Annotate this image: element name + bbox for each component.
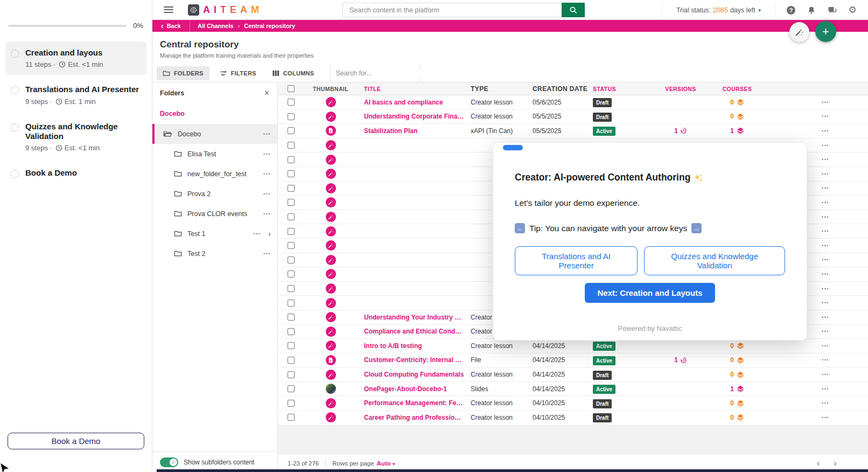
versions-link[interactable]: 1 bbox=[674, 127, 687, 135]
row-menu-button[interactable]: ••• bbox=[822, 171, 829, 177]
settings-button[interactable]: ⚙ bbox=[842, 5, 863, 15]
global-search-button[interactable] bbox=[562, 3, 585, 17]
row-checkbox[interactable] bbox=[288, 270, 295, 277]
row-menu-button[interactable]: ••• bbox=[822, 200, 829, 205]
ai-wand-fab-button[interactable] bbox=[789, 22, 809, 42]
row-checkbox[interactable] bbox=[288, 385, 295, 392]
modal-next-button[interactable]: Next: Creation and Layouts bbox=[585, 283, 715, 303]
trial-status-dropdown[interactable]: Trial status:2065days left▾ bbox=[662, 4, 775, 17]
row-menu-button[interactable]: ••• bbox=[822, 300, 829, 306]
row-thumbnail[interactable] bbox=[326, 283, 336, 294]
folder-menu-button[interactable]: ••• bbox=[253, 231, 261, 237]
add-new-fab-button[interactable]: + bbox=[815, 21, 836, 42]
row-checkbox[interactable] bbox=[288, 414, 295, 421]
col-type[interactable]: TYPE bbox=[464, 85, 526, 93]
row-menu-button[interactable]: ••• bbox=[822, 214, 829, 220]
folder-menu-button[interactable]: ••• bbox=[263, 151, 271, 157]
tour-step[interactable]: Quizzes and Knowledge Validation 9 steps… bbox=[5, 115, 146, 159]
modal-quizzes-button[interactable]: Quizzes and Knowledge Validation bbox=[644, 246, 785, 275]
row-title-link[interactable]: Understanding Corporate Financial ... bbox=[364, 113, 464, 120]
row-checkbox[interactable] bbox=[288, 371, 295, 378]
row-menu-button[interactable]: ••• bbox=[822, 372, 829, 377]
row-menu-button[interactable]: ••• bbox=[822, 143, 829, 148]
folder-menu-button[interactable]: ••• bbox=[263, 131, 271, 137]
folder-item[interactable]: Docebo ••• › bbox=[152, 124, 277, 144]
courses-count[interactable]: 0 bbox=[730, 414, 744, 421]
row-checkbox[interactable] bbox=[288, 127, 295, 134]
show-subfolders-toggle[interactable]: ✓ bbox=[160, 457, 178, 467]
row-menu-button[interactable]: ••• bbox=[822, 157, 829, 162]
tour-step[interactable]: Creation and layous 11 steps · Est. <1 m… bbox=[5, 41, 146, 75]
row-thumbnail[interactable] bbox=[326, 212, 336, 222]
row-thumbnail[interactable] bbox=[326, 255, 336, 265]
row-menu-button[interactable]: ••• bbox=[822, 329, 829, 334]
courses-count[interactable]: 0 bbox=[730, 99, 744, 106]
courses-count[interactable]: 0 bbox=[730, 356, 744, 364]
col-status[interactable]: STATUS bbox=[586, 86, 656, 92]
courses-count[interactable]: 0 bbox=[730, 342, 744, 350]
row-title-link[interactable]: Stabilization Plan bbox=[364, 127, 464, 135]
row-thumbnail[interactable] bbox=[326, 197, 336, 207]
row-checkbox[interactable] bbox=[288, 285, 295, 292]
close-icon[interactable]: ✕ bbox=[264, 89, 270, 97]
row-thumbnail[interactable] bbox=[326, 126, 336, 136]
row-menu-button[interactable]: ••• bbox=[822, 100, 829, 105]
hamburger-menu-icon[interactable] bbox=[164, 5, 173, 15]
tour-step[interactable]: Translations and AI Presenter 9 steps · … bbox=[5, 78, 146, 112]
row-menu-button[interactable]: ••• bbox=[822, 243, 829, 248]
row-checkbox[interactable] bbox=[288, 213, 295, 220]
row-menu-button[interactable]: ••• bbox=[822, 400, 829, 406]
folders-toggle-button[interactable]: FOLDERS bbox=[157, 66, 209, 80]
row-thumbnail[interactable] bbox=[326, 155, 336, 165]
row-menu-button[interactable]: ••• bbox=[822, 315, 829, 320]
folder-root-link[interactable]: Docebo bbox=[152, 102, 277, 124]
folder-menu-button[interactable]: ••• bbox=[263, 171, 271, 177]
row-checkbox[interactable] bbox=[288, 328, 295, 335]
row-thumbnail[interactable] bbox=[326, 97, 336, 107]
row-title-link[interactable]: OnePager-About-Docebo-1 bbox=[364, 385, 464, 393]
row-thumbnail[interactable] bbox=[326, 240, 336, 251]
row-menu-button[interactable]: ••• bbox=[822, 257, 829, 262]
row-checkbox[interactable] bbox=[288, 113, 295, 120]
row-menu-button[interactable]: ••• bbox=[822, 114, 829, 119]
row-title-link[interactable]: Performance Management: Feedback bbox=[364, 399, 464, 407]
row-checkbox[interactable] bbox=[288, 357, 295, 364]
row-checkbox[interactable] bbox=[288, 256, 295, 263]
row-checkbox[interactable] bbox=[288, 156, 295, 163]
chevron-right-icon[interactable]: › bbox=[268, 230, 271, 238]
folder-menu-button[interactable]: ••• bbox=[263, 251, 271, 256]
folder-item[interactable]: Prova CLOR events ••• › bbox=[152, 204, 277, 224]
row-checkbox[interactable] bbox=[288, 170, 295, 177]
row-thumbnail[interactable] bbox=[326, 269, 336, 279]
folder-item[interactable]: Elisa Test ••• › bbox=[152, 144, 277, 164]
columns-button[interactable]: COLUMNS bbox=[267, 66, 320, 80]
row-thumbnail[interactable] bbox=[326, 384, 336, 394]
row-title-link[interactable]: Understanding Your Industry and M... bbox=[364, 314, 464, 321]
row-checkbox[interactable] bbox=[288, 99, 295, 106]
help-button[interactable]: ? bbox=[781, 6, 801, 15]
book-a-demo-button[interactable]: Book a Demo bbox=[8, 433, 144, 449]
courses-count[interactable]: 0 bbox=[730, 113, 744, 120]
row-menu-button[interactable]: ••• bbox=[822, 272, 829, 277]
row-thumbnail[interactable] bbox=[326, 226, 336, 237]
row-checkbox[interactable] bbox=[288, 142, 295, 149]
col-versions[interactable]: VERSIONS bbox=[656, 86, 705, 92]
tour-step[interactable]: Book a Demo bbox=[5, 162, 146, 184]
versions-link[interactable]: 1 bbox=[674, 356, 687, 364]
row-menu-button[interactable]: ••• bbox=[822, 128, 829, 134]
row-thumbnail[interactable] bbox=[326, 327, 336, 337]
row-title-link[interactable]: Career Pathing and Professional De... bbox=[364, 414, 464, 421]
row-thumbnail[interactable] bbox=[326, 341, 336, 351]
row-checkbox[interactable] bbox=[288, 314, 295, 321]
row-checkbox[interactable] bbox=[288, 242, 295, 249]
row-title-link[interactable]: Intro to A/B testing bbox=[364, 342, 464, 350]
table-search-input[interactable] bbox=[336, 70, 423, 77]
global-search-input[interactable] bbox=[342, 3, 562, 17]
notifications-button[interactable] bbox=[801, 6, 822, 15]
select-all-checkbox[interactable] bbox=[288, 85, 295, 92]
row-menu-button[interactable]: ••• bbox=[822, 343, 829, 349]
row-thumbnail[interactable] bbox=[326, 370, 336, 380]
row-checkbox[interactable] bbox=[288, 400, 295, 407]
row-thumbnail[interactable] bbox=[326, 355, 336, 365]
row-title-link[interactable]: Customer-Centricity: Internal and Ex... bbox=[364, 356, 464, 364]
